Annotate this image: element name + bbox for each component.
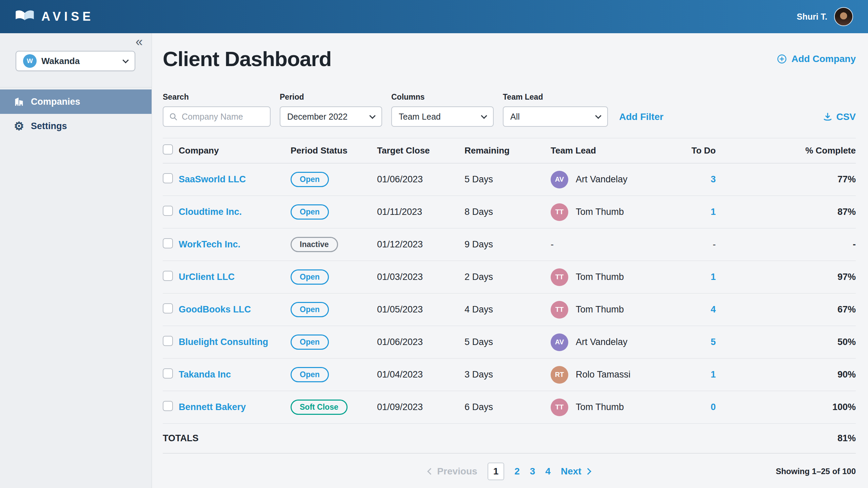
- todo-count[interactable]: 1: [711, 272, 716, 282]
- sidebar-nav: Companies ⚙ Settings: [0, 89, 152, 138]
- company-link[interactable]: UrClient LLC: [179, 272, 235, 282]
- totals-row: TOTALS 81%: [163, 424, 856, 453]
- todo-count[interactable]: 3: [711, 174, 716, 184]
- page-button-3[interactable]: 3: [530, 466, 535, 477]
- org-name: Wakanda: [41, 56, 119, 66]
- search-icon: [169, 112, 178, 121]
- remaining-value: 3 Days: [465, 369, 551, 380]
- period-select[interactable]: December 2022: [280, 106, 382, 127]
- select-all-checkbox[interactable]: [163, 144, 173, 155]
- table-header-row: Company Period Status Target Close Remai…: [163, 138, 856, 163]
- target-close-value: 01/06/2023: [377, 337, 465, 347]
- col-header-target-close: Target Close: [377, 145, 465, 156]
- csv-export-button[interactable]: CSV: [823, 111, 856, 122]
- org-badge: W: [23, 54, 37, 68]
- page-button-4[interactable]: 4: [545, 466, 551, 477]
- row-checkbox[interactable]: [163, 238, 173, 248]
- filter-search: Search: [163, 93, 271, 127]
- lead-name: -: [551, 239, 554, 250]
- table-row: Bennett Bakery Soft Close 01/09/2023 6 D…: [163, 391, 856, 424]
- col-header-company: Company: [179, 145, 291, 156]
- chevron-right-icon: [585, 468, 591, 475]
- next-button[interactable]: Next: [561, 466, 590, 477]
- main-content: Client Dashboard Add Company Search: [152, 33, 868, 488]
- todo-count[interactable]: 1: [711, 369, 716, 380]
- company-link[interactable]: Takanda Inc: [179, 369, 231, 380]
- add-company-button[interactable]: Add Company: [776, 54, 856, 64]
- row-checkbox[interactable]: [163, 271, 173, 281]
- period-select-value: December 2022: [287, 112, 348, 122]
- row-checkbox[interactable]: [163, 206, 173, 216]
- lead-name: Tom Thumb: [576, 402, 624, 412]
- lead-avatar: TT: [551, 399, 568, 416]
- company-link[interactable]: GoodBooks LLC: [179, 304, 251, 314]
- columns-select[interactable]: Team Lead: [391, 106, 494, 127]
- sidebar-item-companies[interactable]: Companies: [0, 89, 152, 114]
- page-title: Client Dashboard: [163, 47, 331, 71]
- company-link[interactable]: Bluelight Consulting: [179, 337, 268, 347]
- todo-count[interactable]: 1: [711, 207, 716, 217]
- previous-label: Previous: [437, 466, 477, 477]
- team-lead-select[interactable]: All: [503, 106, 608, 127]
- lead-avatar: TT: [551, 301, 568, 319]
- team-lead-cell: TT Tom Thumb: [551, 203, 658, 221]
- lead-name: Art Vandelay: [576, 337, 628, 347]
- team-lead-cell: AV Art Vandelay: [551, 171, 658, 188]
- table-row: Takanda Inc Open 01/04/2023 3 Days RT Ro…: [163, 359, 856, 391]
- csv-label: CSV: [836, 111, 856, 122]
- pagination: Previous 1234 Next Showing 1–25 of 100: [163, 462, 856, 481]
- company-link[interactable]: Bennett Bakery: [179, 402, 246, 412]
- row-checkbox[interactable]: [163, 401, 173, 411]
- col-header-todo: To Do: [658, 145, 716, 156]
- collapse-sidebar-icon[interactable]: «: [136, 35, 143, 48]
- percent-complete: 50%: [716, 337, 856, 347]
- sidebar-item-settings[interactable]: ⚙ Settings: [0, 114, 152, 138]
- lead-name: Art Vandelay: [576, 174, 628, 185]
- row-checkbox[interactable]: [163, 368, 173, 379]
- row-checkbox[interactable]: [163, 173, 173, 183]
- lead-avatar: RT: [551, 366, 568, 384]
- todo-count[interactable]: 4: [711, 304, 716, 314]
- chevron-down-icon: [481, 113, 487, 119]
- col-header-remaining: Remaining: [465, 145, 551, 156]
- search-box: [163, 106, 271, 127]
- team-lead-cell: RT Rolo Tamassi: [551, 366, 658, 384]
- page-button-1[interactable]: 1: [488, 463, 505, 480]
- status-badge: Open: [291, 204, 329, 220]
- lead-avatar: TT: [551, 268, 568, 286]
- org-selector[interactable]: W Wakanda: [16, 51, 135, 71]
- team-lead-cell: AV Art Vandelay: [551, 333, 658, 351]
- search-label: Search: [163, 93, 271, 102]
- table-row: WorkTech Inc. Inactive 01/12/2023 9 Days…: [163, 228, 856, 261]
- user-avatar[interactable]: [834, 7, 853, 26]
- company-link[interactable]: Cloudtime Inc.: [179, 207, 242, 217]
- download-icon: [823, 112, 833, 122]
- col-header-period-status: Period Status: [291, 145, 377, 156]
- target-close-value: 01/06/2023: [377, 174, 465, 185]
- todo-count[interactable]: -: [713, 239, 716, 249]
- search-input[interactable]: [182, 112, 264, 122]
- todo-count[interactable]: 0: [711, 402, 716, 412]
- team-lead-label: Team Lead: [503, 93, 608, 102]
- sidebar-item-label: Settings: [31, 121, 67, 131]
- page-button-2[interactable]: 2: [514, 466, 520, 477]
- todo-count[interactable]: 5: [711, 337, 716, 347]
- percent-complete: -: [716, 239, 856, 250]
- team-lead-cell: TT Tom Thumb: [551, 268, 658, 286]
- company-link[interactable]: SaaSworld LLC: [179, 174, 246, 184]
- add-filter-button[interactable]: Add Filter: [619, 111, 664, 122]
- lead-name: Tom Thumb: [576, 207, 624, 217]
- row-checkbox[interactable]: [163, 336, 173, 346]
- remaining-value: 5 Days: [465, 337, 551, 347]
- status-badge: Open: [291, 269, 329, 285]
- row-checkbox[interactable]: [163, 303, 173, 313]
- target-close-value: 01/11/2023: [377, 207, 465, 217]
- company-link[interactable]: WorkTech Inc.: [179, 239, 240, 249]
- remaining-value: 2 Days: [465, 272, 551, 282]
- table-body: SaaSworld LLC Open 01/06/2023 5 Days AV …: [163, 163, 856, 424]
- brand: AVISE: [15, 9, 94, 24]
- sidebar-item-label: Companies: [31, 97, 80, 107]
- remaining-value: 9 Days: [465, 239, 551, 250]
- previous-button[interactable]: Previous: [428, 466, 477, 477]
- status-badge: Soft Close: [291, 400, 348, 415]
